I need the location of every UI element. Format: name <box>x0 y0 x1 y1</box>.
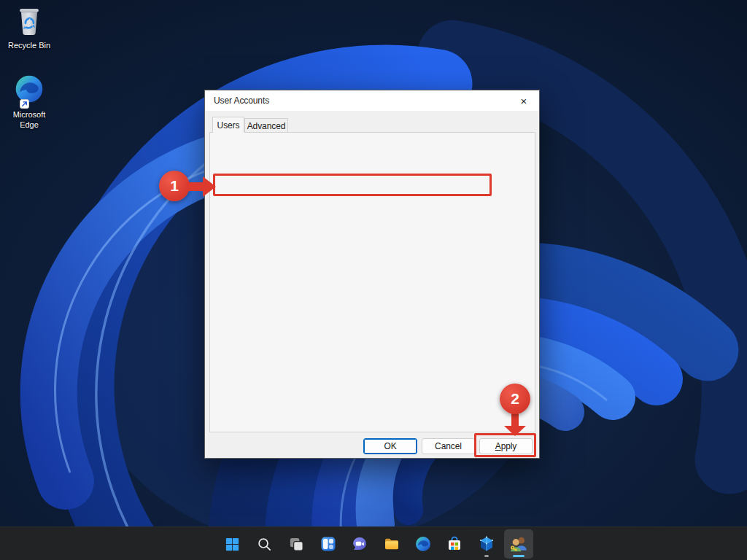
edge-icon <box>13 73 45 105</box>
taskbar-user-accounts-button[interactable] <box>504 529 533 559</box>
taskbar-search-button[interactable] <box>249 529 279 559</box>
task-view-icon <box>288 536 305 553</box>
desktop-icon-microsoft-edge[interactable]: Microsoft Edge <box>5 73 53 131</box>
close-icon[interactable]: × <box>510 90 538 111</box>
cancel-button[interactable]: Cancel <box>422 438 475 454</box>
taskbar: 11:35 AM 4/11/2022 <box>0 526 747 560</box>
desktop: Recycle Bin Microsoft Edge User Accounts… <box>0 0 747 560</box>
desktop-icon-label: Recycle Bin <box>8 40 50 50</box>
user-accounts-icon <box>509 534 528 553</box>
running-indicator <box>484 555 489 557</box>
taskbar-widgets-button[interactable] <box>314 529 343 559</box>
start-icon <box>224 536 241 553</box>
active-window-indicator <box>513 555 525 557</box>
shortcut-arrow-icon <box>20 99 29 109</box>
users-tab-page <box>209 132 535 432</box>
taskbar-edge-button[interactable] <box>409 529 438 559</box>
taskbar-app-cube-button[interactable] <box>472 529 501 559</box>
tab-label: Users <box>217 120 240 131</box>
tab-users[interactable]: Users <box>212 117 244 133</box>
taskbar-task-view-button[interactable] <box>282 529 311 559</box>
cube-app-icon <box>478 535 495 553</box>
tab-label: Advanced <box>247 121 286 131</box>
desktop-icon-label: Microsoft Edge <box>5 109 53 131</box>
button-text: pply <box>501 441 517 451</box>
ok-button[interactable]: OK <box>363 438 417 454</box>
widgets-icon <box>320 535 337 553</box>
recycle-bin-icon <box>13 4 45 38</box>
chat-icon <box>351 535 368 553</box>
taskbar-start-button[interactable] <box>217 529 247 559</box>
tab-advanced[interactable]: Advanced <box>244 118 288 133</box>
taskbar-file-explorer-button[interactable] <box>377 529 406 559</box>
apply-button[interactable]: Apply <box>479 438 533 454</box>
button-accesskey: A <box>495 441 501 451</box>
taskbar-chat-button[interactable] <box>345 529 374 559</box>
file-explorer-icon <box>383 535 400 553</box>
edge-icon <box>414 535 432 553</box>
user-accounts-dialog: User Accounts × Users Advanced Use the l… <box>204 90 540 459</box>
dialog-titlebar[interactable]: User Accounts <box>205 90 539 111</box>
search-icon <box>256 536 273 553</box>
desktop-icon-recycle-bin[interactable]: Recycle Bin <box>5 4 53 50</box>
dialog-title: User Accounts <box>214 96 269 106</box>
store-icon <box>446 535 463 553</box>
taskbar-store-button[interactable] <box>440 529 469 559</box>
